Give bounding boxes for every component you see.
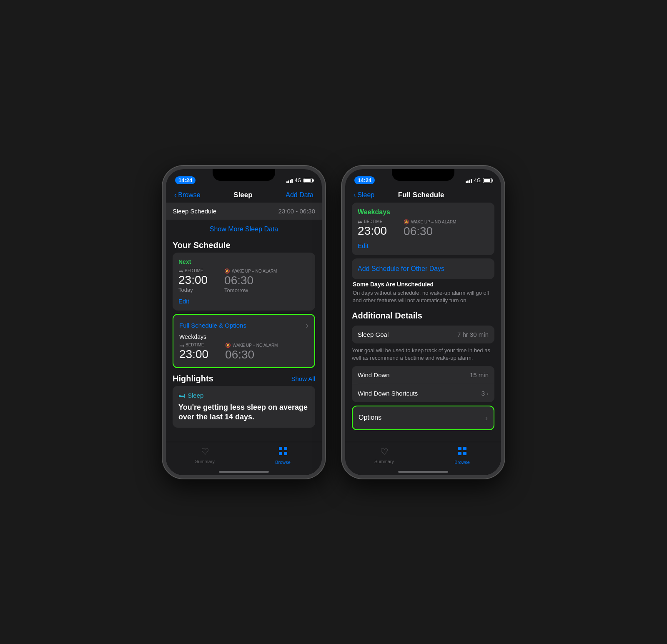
wind-down-row[interactable]: Wind Down 15 min <box>352 366 494 384</box>
show-more-sleep-btn[interactable]: Show More Sleep Data <box>166 221 322 237</box>
weekdays-edit-link[interactable]: Edit <box>358 238 489 249</box>
alarm-icon-3: 🔕 <box>404 219 409 225</box>
highlight-icon-row: 🛏 Sleep <box>178 392 309 399</box>
svg-rect-0 <box>279 447 282 450</box>
signal-label-1: 4G <box>295 178 301 183</box>
weekdays-card: Weekdays 🛏 BEDTIME 23:00 🔕 WAKE UP – NO … <box>352 203 494 255</box>
options-label: Options <box>359 414 381 421</box>
show-all-btn[interactable]: Show All <box>291 375 315 382</box>
nav-action-1[interactable]: Add Data <box>286 191 313 199</box>
svg-rect-7 <box>463 452 466 455</box>
your-schedule-title: Your Schedule <box>166 237 322 253</box>
next-edit-link[interactable]: Edit <box>178 293 309 305</box>
weekdays-bedtime-label: 🛏 BEDTIME <box>358 219 387 224</box>
grid-icon-2 <box>458 446 467 458</box>
weekdays-accent-label: Weekdays <box>358 208 489 216</box>
tab-bar-2: ♡ Summary Browse <box>345 442 501 475</box>
sleep-schedule-row: Sleep Schedule 23:00 - 06:30 <box>166 203 322 220</box>
notch-1 <box>213 169 275 181</box>
detail-rows-group: Sleep Goal 7 hr 30 min <box>352 326 494 343</box>
next-bedtime-sub: Today <box>178 287 208 293</box>
sleep-schedule-label: Sleep Schedule <box>173 208 216 215</box>
battery-1 <box>303 178 313 183</box>
next-schedule-card: Next 🛏 BEDTIME 23:00 Today 🔕 WAKE UP <box>173 253 315 311</box>
highlight-card: 🛏 Sleep You're getting less sleep on ave… <box>173 386 315 428</box>
full-bedtime-col: 🛏 BEDTIME 23:00 <box>179 343 208 361</box>
svg-rect-4 <box>458 447 461 450</box>
tab-browse-1[interactable]: Browse <box>244 446 322 465</box>
weekdays-wakeup-label: 🔕 WAKE UP – NO ALARM <box>404 219 456 225</box>
weekdays-bedtime-value: 23:00 <box>358 224 387 238</box>
battery-fill-1 <box>304 179 311 182</box>
weekdays-time-row: 🛏 BEDTIME 23:00 🔕 WAKE UP – NO ALARM 06:… <box>358 219 489 238</box>
full-schedule-chevron: › <box>306 321 308 330</box>
tab-browse-label-2: Browse <box>454 460 470 465</box>
full-bedtime-label: 🛏 BEDTIME <box>179 343 208 348</box>
tab-summary-label-2: Summary <box>374 459 394 464</box>
highlights-header: Highlights Show All <box>166 371 322 386</box>
bed-icon-3: 🛏 <box>358 219 362 224</box>
phone-2-content: Weekdays 🛏 BEDTIME 23:00 🔕 WAKE UP – NO … <box>345 203 501 457</box>
notch-2 <box>392 169 454 181</box>
full-schedule-card[interactable]: Full Schedule & Options › Weekdays 🛏 BED… <box>173 314 315 368</box>
grid-icon-1 <box>278 446 288 458</box>
home-indicator-2 <box>398 471 448 473</box>
additional-section: Additional Details <box>345 308 501 326</box>
options-card[interactable]: Options › <box>352 406 494 430</box>
bed-icon-1: 🛏 <box>178 268 183 273</box>
nav-bar-2: ‹ Sleep Full Schedule <box>345 188 501 203</box>
add-schedule-label: Add Schedule for Other Days <box>358 265 444 272</box>
add-schedule-btn[interactable]: Add Schedule for Other Days <box>352 258 494 279</box>
status-right-2: 4G <box>466 178 492 183</box>
next-wakeup-sub: Tomorrow <box>224 287 277 293</box>
status-time-1: 14:24 <box>175 176 196 184</box>
alarm-icon-2: 🔕 <box>225 343 231 348</box>
chevron-left-icon-1: ‹ <box>174 191 176 199</box>
unscheduled-text: On days without a schedule, no wake-up a… <box>353 289 494 304</box>
wind-down-shortcuts-label: Wind Down Shortcuts <box>358 390 418 397</box>
next-wakeup-label: 🔕 WAKE UP – NO ALARM <box>224 268 277 274</box>
nav-back-1[interactable]: ‹ Browse <box>174 191 201 199</box>
tab-browse-2[interactable]: Browse <box>423 446 501 465</box>
phone-1: 14:24 4G ‹ Browse Sleep Add D <box>163 166 325 479</box>
options-chevron: › <box>485 413 488 423</box>
highlight-category: Sleep <box>188 392 203 399</box>
wind-down-label: Wind Down <box>358 371 390 378</box>
shortcuts-chevron: › <box>486 390 489 397</box>
battery-2 <box>483 178 492 183</box>
full-wakeup-label: 🔕 WAKE UP – NO ALARM <box>225 343 278 348</box>
battery-fill-2 <box>484 179 490 182</box>
weekdays-wakeup-value: 06:30 <box>404 225 456 238</box>
wind-down-shortcuts-row[interactable]: Wind Down Shortcuts 3 › <box>352 384 494 402</box>
next-bedtime-value: 23:00 <box>178 273 208 287</box>
svg-rect-3 <box>284 452 287 455</box>
nav-title-1: Sleep <box>233 191 252 199</box>
full-wakeup-value: 06:30 <box>225 348 278 361</box>
full-weekdays-label: Weekdays <box>179 333 308 340</box>
full-schedule-link[interactable]: Full Schedule & Options › <box>179 321 308 330</box>
phones-container: 14:24 4G ‹ Browse Sleep Add D <box>163 166 504 479</box>
svg-rect-5 <box>463 447 466 450</box>
weekdays-bedtime-col: 🛏 BEDTIME 23:00 <box>358 219 387 238</box>
svg-rect-2 <box>279 452 282 455</box>
phone-1-content: Sleep Schedule 23:00 - 06:30 Show More S… <box>166 203 322 457</box>
weekdays-wakeup-col: 🔕 WAKE UP – NO ALARM 06:30 <box>404 219 456 238</box>
heart-icon-1: ♡ <box>201 446 209 457</box>
tab-summary-2[interactable]: ♡ Summary <box>345 446 423 464</box>
signal-label-2: 4G <box>474 178 481 183</box>
sleep-schedule-value: 23:00 - 06:30 <box>278 208 315 215</box>
tab-summary-1[interactable]: ♡ Summary <box>166 446 244 464</box>
nav-bar-1: ‹ Browse Sleep Add Data <box>166 188 322 203</box>
status-time-2: 14:24 <box>354 176 375 184</box>
status-right-1: 4G <box>286 178 313 183</box>
nav-back-2[interactable]: ‹ Sleep <box>354 191 374 199</box>
chevron-left-icon-2: ‹ <box>354 191 356 199</box>
next-bedtime-col: 🛏 BEDTIME 23:00 Today <box>178 268 208 293</box>
home-indicator-1 <box>219 471 269 473</box>
svg-rect-6 <box>458 452 461 455</box>
tab-browse-label-1: Browse <box>275 460 291 465</box>
full-time-row: 🛏 BEDTIME 23:00 🔕 WAKE UP – NO ALARM 06:… <box>179 343 308 361</box>
unscheduled-title: Some Days Are Unscheduled <box>353 281 494 288</box>
sleep-goal-row[interactable]: Sleep Goal 7 hr 30 min <box>352 326 494 343</box>
highlights-title: Highlights <box>173 374 213 383</box>
